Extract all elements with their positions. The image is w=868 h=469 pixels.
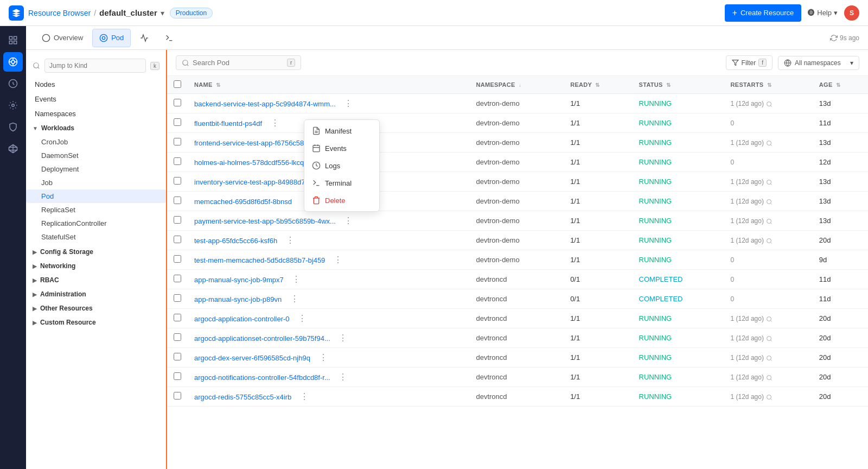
sidebar-icon-charts[interactable]	[3, 74, 23, 93]
row-menu-button[interactable]: ⋮	[335, 332, 350, 344]
row-menu-button[interactable]: ⋮	[341, 215, 356, 226]
row-checkbox[interactable]	[174, 353, 181, 360]
svg-point-45	[767, 375, 771, 379]
row-menu-button[interactable]: ⋮	[283, 234, 298, 246]
sidebar-item-statefulset[interactable]: StatefulSet	[26, 230, 166, 244]
row-checkbox[interactable]	[174, 372, 181, 380]
row-checkbox[interactable]	[174, 157, 181, 165]
header-restarts[interactable]: RESTARTS ⇅	[724, 76, 813, 94]
ctx-manifest[interactable]: Manifest	[304, 122, 379, 140]
row-menu-button[interactable]: ⋮	[295, 313, 310, 324]
user-avatar[interactable]: S	[844, 5, 859, 21]
row-menu-button[interactable]: ⋮	[341, 98, 356, 109]
tab-chart[interactable]	[133, 29, 156, 47]
environment-badge[interactable]: Production	[170, 8, 213, 18]
sidebar-section-config-storage[interactable]: ▶ Config & Storage	[26, 245, 166, 259]
refresh-button[interactable]: 9s ago	[830, 34, 859, 42]
sidebar-item-events[interactable]: Events	[26, 92, 166, 106]
row-checkbox[interactable]	[174, 216, 181, 224]
sidebar-item-replicationcontroller[interactable]: ReplicationController	[26, 217, 166, 230]
header-status[interactable]: STATUS ⇅	[633, 76, 724, 94]
row-menu-button[interactable]: ⋮	[289, 274, 304, 285]
tab-overview[interactable]: Overview	[35, 29, 90, 47]
row-menu-button[interactable]: ⋮	[316, 352, 331, 363]
header-ready[interactable]: READY ⇅	[564, 76, 632, 94]
pod-name-link[interactable]: argocd-application-controller-0	[194, 315, 290, 323]
pod-name-link[interactable]: argocd-dex-server-6f596585cd-njh9q	[194, 354, 310, 362]
sidebar-section-rbac[interactable]: ▶ RBAC	[26, 273, 166, 287]
sidebar-item-deployment[interactable]: Deployment	[26, 162, 166, 176]
header-namespace[interactable]: NAMESPACE ↓	[469, 76, 564, 94]
row-checkbox[interactable]	[174, 314, 181, 321]
row-namespace-cell: devtron-demo	[469, 250, 564, 270]
breadcrumb-resource-browser[interactable]: Resource Browser	[28, 9, 91, 17]
row-checkbox[interactable]	[174, 294, 181, 302]
pod-name-link[interactable]: fluentbit-fluentd-ps4df	[194, 119, 262, 128]
pod-name-link[interactable]: memcached-695d8f6d5f-8bnsd	[194, 198, 292, 206]
pod-name-link[interactable]: test-mem-memcached-5d5dc885b7-bj459	[194, 256, 325, 264]
pod-name-link[interactable]: app-manual-sync-job-p89vn	[194, 295, 282, 303]
row-checkbox[interactable]	[174, 255, 181, 263]
ctx-delete[interactable]: Delete	[304, 192, 379, 209]
pod-name-link[interactable]: holmes-ai-holmes-578dcdf556-lkcq4	[194, 159, 308, 167]
help-button[interactable]: ⓿ Help ▾	[808, 9, 838, 17]
row-namespace-cell: devtroncd	[469, 348, 564, 367]
row-checkbox[interactable]	[174, 236, 181, 243]
row-menu-button[interactable]: ⋮	[267, 117, 283, 129]
ctx-logs[interactable]: Logs	[304, 157, 379, 174]
row-menu-button[interactable]: ⋮	[287, 293, 302, 305]
pod-name-link[interactable]: app-manual-sync-job-9mpx7	[194, 276, 284, 284]
sidebar-item-nodes[interactable]: Nodes	[26, 77, 166, 92]
row-checkbox[interactable]	[174, 275, 181, 282]
tab-terminal[interactable]	[158, 29, 181, 47]
sidebar-section-custom-resource[interactable]: ▶ Custom Resource	[26, 315, 166, 329]
pod-name-link[interactable]: test-app-65fdc5cc66-ksf6h	[194, 237, 277, 245]
row-checkbox[interactable]	[174, 197, 181, 204]
row-age-cell: 12d	[813, 153, 868, 172]
row-checkbox[interactable]	[174, 118, 181, 126]
filter-button[interactable]: Filter f	[726, 55, 773, 70]
sidebar-item-replicaset[interactable]: ReplicaSet	[26, 203, 166, 217]
row-checkbox[interactable]	[174, 392, 181, 400]
jump-to-kind-input[interactable]	[44, 59, 146, 73]
row-menu-button[interactable]: ⋮	[297, 391, 312, 402]
row-menu-button[interactable]: ⋮	[335, 371, 350, 383]
select-all-checkbox[interactable]	[174, 80, 181, 88]
pod-name-link[interactable]: argocd-redis-5755c85cc5-x4irb	[194, 393, 291, 401]
sidebar-section-administration[interactable]: ▶ Administration	[26, 287, 166, 301]
search-pod-input[interactable]	[193, 59, 284, 67]
pod-name-link[interactable]: argocd-applicationset-controller-59b75f9…	[194, 334, 330, 343]
pod-name-link[interactable]: argocd-notifications-controller-54fbdcd8…	[194, 373, 330, 382]
row-menu-button[interactable]: ⋮	[330, 254, 346, 265]
sidebar-icon-apps[interactable]	[3, 30, 23, 50]
pod-name-link[interactable]: backend-service-test-app-5c99d4874-wmm..…	[194, 100, 336, 108]
header-age[interactable]: AGE ⇅	[813, 76, 868, 94]
tab-pod[interactable]: Pod	[92, 29, 131, 47]
row-checkbox[interactable]	[174, 138, 181, 145]
sidebar-item-cronjob[interactable]: CronJob	[26, 135, 166, 149]
sidebar-item-pod[interactable]: Pod	[26, 189, 166, 203]
delete-icon	[312, 196, 321, 205]
sidebar-icon-resource-browser[interactable]	[3, 52, 23, 72]
pod-name-link[interactable]: payment-service-test-app-5b95c6859b-4wx.…	[194, 217, 336, 225]
breadcrumb-cluster[interactable]: default_cluster	[99, 8, 157, 17]
sidebar-icon-settings[interactable]	[3, 96, 23, 115]
sidebar-section-other-resources[interactable]: ▶ Other Resources	[26, 301, 166, 315]
namespace-selector[interactable]: All namespaces ▾	[778, 56, 859, 70]
sidebar-item-namespaces[interactable]: Namespaces	[26, 106, 166, 121]
sidebar-item-daemonset[interactable]: DaemonSet	[26, 149, 166, 162]
sidebar-icon-security[interactable]	[3, 117, 23, 137]
sidebar-section-networking[interactable]: ▶ Networking	[26, 259, 166, 273]
ctx-events[interactable]: Events	[304, 140, 379, 157]
row-checkbox[interactable]	[174, 333, 181, 341]
row-checkbox[interactable]	[174, 99, 181, 106]
ctx-terminal[interactable]: Terminal	[304, 174, 379, 192]
create-resource-button[interactable]: + Create Resource	[725, 4, 802, 22]
app-logo[interactable]	[9, 5, 24, 21]
row-checkbox[interactable]	[174, 177, 181, 185]
header-name[interactable]: NAME ⇅	[188, 76, 469, 94]
sidebar-icon-layers[interactable]	[3, 139, 23, 159]
sidebar-section-workloads[interactable]: ▼ Workloads	[26, 121, 166, 135]
sidebar-item-job[interactable]: Job	[26, 176, 166, 189]
row-checkbox-cell	[167, 94, 188, 113]
